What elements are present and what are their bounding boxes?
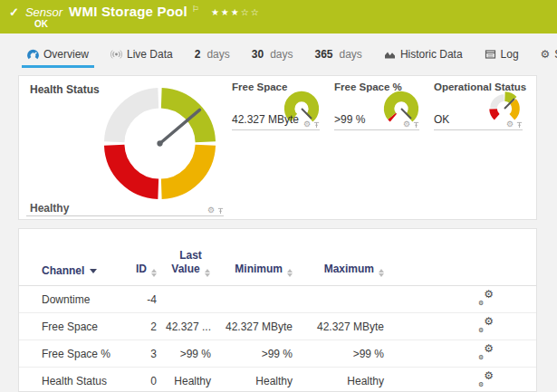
column-header-actions xyxy=(384,229,536,286)
gauge-title: Free Space xyxy=(232,81,287,92)
stars-filled: ★★★ xyxy=(211,7,241,17)
status-badge: OK xyxy=(34,19,48,29)
gauge-actions: ⚙ xyxy=(506,120,523,129)
sort-desc-icon xyxy=(90,269,97,273)
column-header-minimum[interactable]: Minimum xyxy=(225,229,293,286)
table-row: Free Space 2 42.327 ... 42.327 MByte 42.… xyxy=(19,313,536,340)
tab-bar: Overview Live Data 2 days 30 days 365 da… xyxy=(0,33,557,75)
tab-label: Log xyxy=(501,48,519,61)
flag-icon[interactable]: ⚐ xyxy=(192,5,199,14)
channel-id: -4 xyxy=(128,286,157,313)
status-check-icon: ✓ xyxy=(9,5,19,19)
log-icon xyxy=(485,49,496,60)
tab-label: days xyxy=(340,48,362,61)
broadcast-icon xyxy=(110,49,122,60)
gauge-actions: ⚙ xyxy=(303,120,320,129)
gauge-value: Healthy xyxy=(30,202,69,215)
channel-last-value xyxy=(157,286,225,313)
sort-icon xyxy=(151,269,157,277)
gear-icon[interactable]: ⚙ xyxy=(506,120,514,129)
tab-live-data[interactable]: Live Data xyxy=(110,39,173,70)
table-row: Downtime -4 ⚙⚙ xyxy=(19,286,536,313)
edit-channel-icon[interactable]: ⚙⚙ xyxy=(479,346,494,359)
gauge-icon xyxy=(27,49,39,61)
channel-last-value: >99 % xyxy=(157,340,225,368)
gear-icon[interactable]: ⚙ xyxy=(207,206,215,215)
edit-channel-icon[interactable]: ⚙⚙ xyxy=(479,292,494,304)
priority-stars[interactable]: ★★★☆☆ xyxy=(211,7,261,17)
health-status-gauge-panel: Health Status Healthy ⚙ xyxy=(19,76,245,219)
gear-icon[interactable]: ⚙ xyxy=(303,120,311,129)
gauge-value: 42.327 MByte xyxy=(232,113,299,126)
column-label: Channel xyxy=(42,264,84,277)
pin-icon[interactable] xyxy=(413,121,419,129)
column-header-last-value[interactable]: LastValue xyxy=(157,229,225,286)
sort-icon xyxy=(205,269,210,277)
channel-name[interactable]: Downtime xyxy=(19,286,128,313)
column-label: Minimum xyxy=(235,263,283,275)
tab-label: days xyxy=(206,48,229,61)
table-row: Health Status 0 Healthy Healthy Healthy … xyxy=(19,368,536,392)
tab-historic-data[interactable]: Historic Data xyxy=(384,39,463,70)
operational-status-gauge-panel: Operational Status OK ⚙ xyxy=(434,81,523,130)
pin-icon[interactable] xyxy=(313,121,320,129)
edit-channel-icon[interactable]: ⚙⚙ xyxy=(479,373,494,386)
tab-365-days[interactable]: 365 days xyxy=(314,39,361,70)
tab-label: Live Data xyxy=(127,48,173,61)
chart-icon xyxy=(384,49,396,60)
edit-channel-icon[interactable]: ⚙⚙ xyxy=(479,319,494,331)
tab-2-days[interactable]: 2 days xyxy=(195,39,230,70)
channel-name[interactable]: Free Space xyxy=(19,313,128,340)
gauge-title: Health Status xyxy=(30,83,100,96)
tab-30-days[interactable]: 30 days xyxy=(252,39,293,70)
channel-maximum: >99 % xyxy=(293,340,384,368)
gear-icon[interactable]: ⚙ xyxy=(403,120,410,129)
channel-minimum: Healthy xyxy=(225,368,293,392)
tab-log[interactable]: Log xyxy=(485,39,519,70)
channel-minimum xyxy=(225,286,293,313)
pin-icon[interactable] xyxy=(217,207,224,215)
tab-settings[interactable]: ⚙ Settings xyxy=(541,39,557,70)
channel-maximum: Healthy xyxy=(293,368,384,392)
tab-label: Historic Data xyxy=(400,48,463,61)
page-title: WMI Storage Pool xyxy=(69,4,187,19)
channel-id: 3 xyxy=(128,340,157,368)
channel-id: 0 xyxy=(128,368,157,392)
stars-empty: ☆☆ xyxy=(241,7,261,17)
tab-label: Overview xyxy=(43,48,89,61)
channel-name[interactable]: Free Space % xyxy=(19,340,128,368)
column-label: ID xyxy=(136,263,147,275)
column-label: Last xyxy=(179,249,202,262)
gauge-actions: ⚙ xyxy=(207,206,224,215)
sensor-header: ✓ Sensor WMI Storage Pool ⚐ ★★★☆☆ OK xyxy=(0,0,557,33)
channel-last-value: Healthy xyxy=(157,368,225,392)
gauge-value: >99 % xyxy=(334,113,365,126)
gauge-actions: ⚙ xyxy=(403,120,419,129)
tab-label: days xyxy=(270,48,293,61)
channel-id: 2 xyxy=(128,313,157,340)
gauge-footer: Healthy ⚙ xyxy=(26,202,224,216)
tab-number: 2 xyxy=(195,48,201,61)
tab-overview[interactable]: Overview xyxy=(27,39,89,70)
column-header-maximum[interactable]: Maximum xyxy=(293,229,384,286)
sort-icon xyxy=(287,269,293,277)
column-label: Value xyxy=(171,263,199,275)
channel-maximum xyxy=(293,286,384,313)
column-label: Maximum xyxy=(324,263,374,275)
gauge-value: OK xyxy=(434,113,449,126)
health-status-gauge xyxy=(102,86,217,201)
sort-icon xyxy=(379,269,384,277)
channel-maximum: 42.327 MByte xyxy=(293,313,384,340)
column-header-channel[interactable]: Channel xyxy=(19,229,128,286)
channel-minimum: >99 % xyxy=(225,340,293,368)
gear-icon: ⚙ xyxy=(541,49,551,60)
channel-last-value: 42.327 ... xyxy=(157,313,225,340)
free-space-gauge-panel: Free Space 42.327 MByte ⚙ xyxy=(232,81,320,130)
channels-table-card: Channel ID LastValue Minimum Maximum Dow… xyxy=(18,228,537,392)
channel-minimum: 42.327 MByte xyxy=(225,313,293,340)
column-header-id[interactable]: ID xyxy=(128,229,157,286)
channel-name[interactable]: Health Status xyxy=(19,368,128,392)
overview-gauges-card: Health Status Healthy ⚙ Free Space 42.32… xyxy=(18,75,537,220)
pin-icon[interactable] xyxy=(516,121,523,129)
tab-number: 30 xyxy=(252,48,264,61)
